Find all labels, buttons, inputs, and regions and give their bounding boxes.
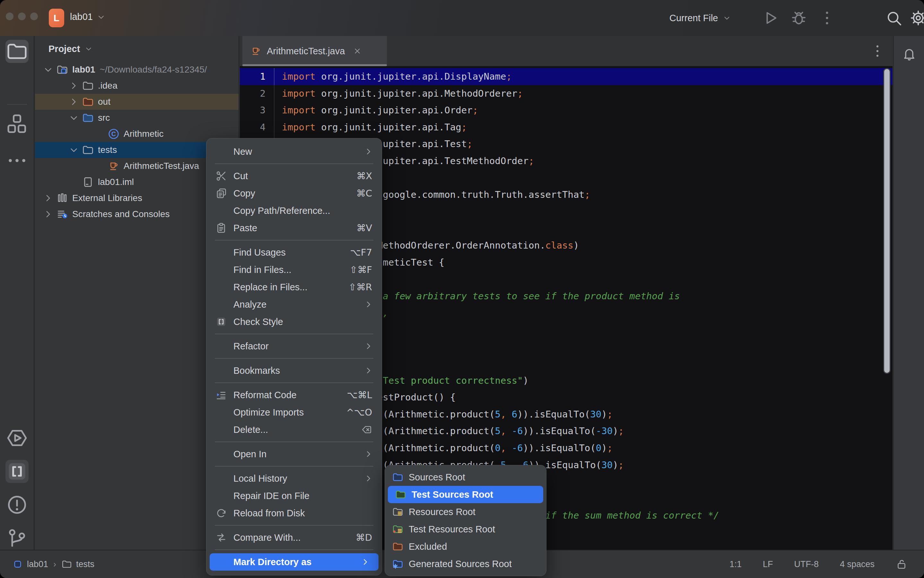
submenu-item-test-resources-root[interactable]: Test Resources Root <box>385 521 546 538</box>
delete-key-icon <box>361 424 372 435</box>
code-line-2[interactable]: 2import org.junit.jupiter.api.MethodOrde… <box>240 85 893 102</box>
editor-tab-arithmetictest[interactable]: ArithmeticTest.java <box>242 36 387 66</box>
settings-gear-icon[interactable] <box>909 9 924 27</box>
chevron-right-icon[interactable] <box>68 96 79 107</box>
menu-item-compare-with[interactable]: Compare With...⌘D <box>206 529 382 546</box>
problems-tool-window-button[interactable] <box>5 493 29 516</box>
copy-icon <box>216 188 227 199</box>
folder-icon <box>61 559 72 570</box>
menu-item-cut[interactable]: Cut⌘X <box>206 167 382 185</box>
menu-item-new[interactable]: New <box>206 143 382 160</box>
project-avatar[interactable]: L <box>49 9 64 27</box>
structure-tool-window-button[interactable] <box>5 112 29 135</box>
menu-item-check-style[interactable]: Check Style <box>206 313 382 330</box>
submenu-item-test-sources-root[interactable]: Test Sources Root <box>388 486 543 503</box>
checkstyle-brackets-icon <box>216 316 227 328</box>
project-tool-window-button[interactable] <box>5 40 29 63</box>
submenu-item-resources-root[interactable]: Resources Root <box>385 503 546 521</box>
chevron-right-icon[interactable] <box>68 80 79 91</box>
svg-text:C: C <box>112 130 116 138</box>
status-lf[interactable]: LF <box>763 559 773 569</box>
code-line-3[interactable]: 3import org.junit.jupiter.api.Order; <box>240 102 893 119</box>
menu-item-copy-path-reference[interactable]: Copy Path/Reference... <box>206 202 382 219</box>
more-actions-icon[interactable] <box>818 9 836 27</box>
menu-item-refactor[interactable]: Refactor <box>206 338 382 355</box>
notifications-strip <box>893 36 924 550</box>
resources-root-icon <box>392 506 404 518</box>
search-icon[interactable] <box>885 9 903 27</box>
project-name-menu[interactable]: lab01 <box>70 11 105 22</box>
libraries-icon <box>56 192 68 204</box>
menu-item-mark-directory-as[interactable]: Mark Directory as <box>210 553 379 571</box>
debug-icon[interactable] <box>790 9 808 27</box>
submenu-item-generated-sources-root[interactable]: Generated Sources Root <box>385 555 546 573</box>
shortcut: ⌘D <box>356 532 372 543</box>
more-tool-windows-button[interactable] <box>5 149 29 172</box>
chevron-down-icon[interactable] <box>68 112 79 123</box>
shortcut: ⌥⌘L <box>347 390 372 400</box>
menu-item-paste[interactable]: Paste⌘V <box>206 219 382 237</box>
line-number: 1 <box>240 68 274 85</box>
status-utf-8[interactable]: UTF-8 <box>794 559 819 569</box>
tree-item-out[interactable]: out <box>35 94 238 110</box>
submenu-item-excluded[interactable]: Excluded <box>385 538 546 555</box>
menu-separator <box>206 330 382 338</box>
breadcrumb-separator: › <box>53 559 56 569</box>
services-tool-window-button[interactable] <box>5 427 29 450</box>
code-line-1[interactable]: 1import org.junit.jupiter.api.DisplayNam… <box>240 68 893 85</box>
breadcrumb-item-lab01[interactable]: lab01 <box>12 559 48 570</box>
checkstyle-tool-window-button[interactable] <box>5 460 29 483</box>
tree-item-src[interactable]: src <box>35 110 238 126</box>
submenu-arrow-icon <box>364 449 373 459</box>
tree-item--idea[interactable]: .idea <box>35 78 238 94</box>
excluded-folder-icon <box>82 96 94 108</box>
menu-item-copy[interactable]: Copy⌘C <box>206 185 382 202</box>
editor-scrollbar[interactable] <box>883 68 891 374</box>
compare-icon <box>216 532 227 543</box>
menu-item-replace-in-files[interactable]: Replace in Files...⇧⌘R <box>206 278 382 296</box>
close-window-button[interactable] <box>6 13 13 20</box>
menu-item-delete[interactable]: Delete... <box>206 421 382 438</box>
version-control-tool-window-button[interactable] <box>5 527 29 550</box>
menu-item-local-history[interactable]: Local History <box>206 470 382 487</box>
menu-item-reload-from-disk[interactable]: Reload from Disk <box>206 505 382 522</box>
chevron-down-icon <box>84 45 93 53</box>
breadcrumb-item-tests[interactable]: tests <box>61 559 94 570</box>
close-icon[interactable] <box>353 47 361 55</box>
chevron-right-icon[interactable] <box>43 193 53 204</box>
unlocked-padlock-icon[interactable] <box>896 559 907 570</box>
menu-separator <box>206 546 382 553</box>
class-icon: C <box>107 128 120 140</box>
menu-item-find-in-files[interactable]: Find in Files...⇧⌘F <box>206 261 382 278</box>
shortcut: ⇧⌘R <box>349 282 372 292</box>
status-4-spaces[interactable]: 4 spaces <box>840 559 875 569</box>
zoom-window-button[interactable] <box>30 13 38 20</box>
chevron-right-icon[interactable] <box>43 209 53 220</box>
run-configuration-selector[interactable]: Current File <box>669 0 731 36</box>
notifications-bell-icon[interactable] <box>901 46 917 62</box>
chevron-down-icon[interactable] <box>68 144 79 156</box>
chevron-down-icon[interactable] <box>43 64 53 75</box>
menu-item-reformat-code[interactable]: Reformat Code⌥⌘L <box>206 386 382 404</box>
editor-options-kebab-icon[interactable] <box>869 43 885 59</box>
paste-icon <box>216 222 227 234</box>
menu-item-analyze[interactable]: Analyze <box>206 296 382 313</box>
run-icon[interactable] <box>762 9 780 27</box>
java-test-file-icon <box>250 45 262 57</box>
menu-item-bookmarks[interactable]: Bookmarks <box>206 362 382 379</box>
submenu-arrow-icon <box>364 341 373 351</box>
menu-separator <box>206 160 382 167</box>
menu-separator <box>206 379 382 386</box>
status-1-1[interactable]: 1:1 <box>729 559 742 569</box>
menu-separator <box>206 438 382 445</box>
minimize-window-button[interactable] <box>18 13 26 20</box>
submenu-item-sources-root[interactable]: Sources Root <box>385 469 546 486</box>
menu-item-open-in[interactable]: Open In <box>206 445 382 463</box>
menu-item-repair-ide-on-file[interactable]: Repair IDE on File <box>206 487 382 505</box>
project-panel-header[interactable]: Project <box>35 36 238 62</box>
context-menu: NewCut⌘XCopy⌘CCopy Path/Reference...Past… <box>206 138 382 575</box>
menu-item-find-usages[interactable]: Find Usages⌥F7 <box>206 244 382 261</box>
code-line-4[interactable]: 4import org.junit.jupiter.api.Tag; <box>240 119 893 136</box>
menu-item-optimize-imports[interactable]: Optimize Imports^⌥O <box>206 404 382 421</box>
tree-item-lab01[interactable]: lab01~/Downloads/fa24-s12345/ <box>35 62 238 78</box>
